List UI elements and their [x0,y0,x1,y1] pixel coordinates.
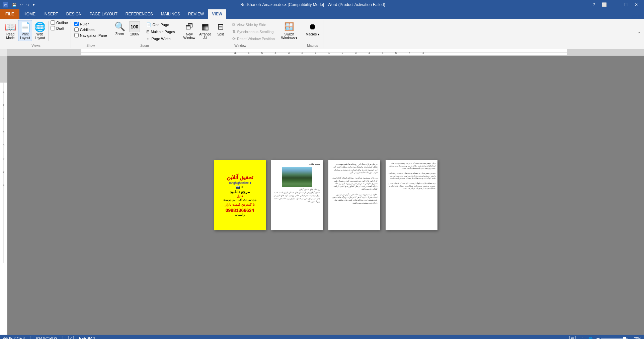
tab-review[interactable]: REVIEW [184,9,208,19]
vertical-ruler-svg: 1 2 3 4 5 6 7 8 [0,56,7,290]
tab-design[interactable]: DESIGN [62,9,86,19]
spelling-check-icon: ✓ [68,336,74,339]
page1-social: 📷 ✈ [236,185,244,189]
one-page-button[interactable]: 📄 One Page [145,21,177,28]
svg-text:7: 7 [408,51,410,54]
tab-references[interactable]: REFERENCES [122,9,157,19]
svg-text:3: 3 [355,51,356,54]
tab-mailings[interactable]: MAILINGS [157,9,184,19]
web-view-button[interactable]: 🌐 [587,336,594,339]
views-group: 📖 ReadMode 📄 PrintLayout 🌐 WebLayout Out… [1,19,71,48]
print-layout-view-button[interactable]: ▤ [569,336,576,339]
help-button[interactable]: ? [589,1,598,8]
svg-text:1: 1 [3,90,4,93]
page-width-button[interactable]: ↔ Page Width [145,35,177,42]
nav-pane-label: Navigation Pane [80,33,107,37]
full-screen-view-button[interactable]: ⛶ [578,336,584,339]
macros-button[interactable]: ⏺ Macros ▾ [304,20,321,37]
outline-checkbox[interactable]: Outline [50,20,69,25]
show-checkboxes: Ruler Gridlines Navigation Pane [74,20,108,39]
collapse-ribbon-button[interactable]: ⌃ [637,31,641,36]
page-1: تحقیق آنلاین Tahghighonline.ir 📷 ✈ مرجع … [214,160,266,230]
new-window-label: NewWindow [183,32,195,40]
nav-pane-checkbox[interactable]: Navigation Pane [74,33,108,38]
ruler-checkbox[interactable]: Ruler [74,21,108,26]
new-window-button[interactable]: 🗗 NewWindow [182,20,197,41]
svg-text:3: 3 [288,51,290,54]
pages-area: تحقیق آنلاین Tahghighonline.ir 📷 ✈ مرجع … [7,56,644,335]
zoom-buttons: 🔍 Zoom 100 100% 📄 One Page [113,20,177,42]
telegram-icon: ✈ [241,185,244,189]
page1-file: فایل [237,194,243,198]
view-side-by-side-button[interactable]: ⧉ View Side by Side [231,21,276,28]
restore-ribbon-button[interactable]: ⬜ [598,1,610,8]
svg-text:2: 2 [3,104,4,107]
arrange-all-button[interactable]: ▦ ArrangeAll [197,20,213,41]
sync-scrolling-button[interactable]: ⇅ Synchronous Scrolling [231,28,276,35]
minimize-button[interactable]: ─ [611,1,620,8]
svg-text:4: 4 [274,51,276,54]
web-layout-button[interactable]: 🌐 WebLayout [33,20,47,41]
read-mode-button[interactable]: 📖 ReadMode [3,20,17,41]
svg-text:6: 6 [3,157,4,160]
divider1 [48,21,49,41]
split-button[interactable]: ⊟ Split [214,20,228,37]
tab-page-layout[interactable]: PAGE LAYOUT [86,9,122,19]
divider3 [229,21,229,41]
vertical-ruler: 1 2 3 4 5 6 7 8 [0,56,7,335]
tab-file[interactable]: FILE [0,9,19,19]
nav-pane-check[interactable] [74,33,79,37]
svg-rect-0 [8,49,644,55]
switch-windows-icon: 🪟 [284,21,295,32]
tab-view[interactable]: VIEW [208,9,226,19]
save-button[interactable]: 💾 [11,2,18,8]
switch-windows-button[interactable]: 🪟 SwitchWindows ▾ [279,20,299,41]
outline-label: Outline [56,21,68,25]
zoom-options: 📄 One Page ⊞ Multiple Pages ↔ Page Width [145,20,177,42]
reset-window-button[interactable]: ⟳ Reset Window Position [231,35,276,42]
ruler-check[interactable] [74,22,79,26]
page3-content: در طی هزاران سال این رودخانه ها نقش مهمی… [328,160,380,230]
draft-checkbox[interactable]: Draft [50,26,69,31]
svg-text:6: 6 [395,51,397,54]
zoom-out-button[interactable]: ─ [596,336,599,339]
views-group-content: 📖 ReadMode 📄 PrintLayout 🌐 WebLayout Out… [3,20,69,42]
multiple-pages-button[interactable]: ⊞ Multiple Pages [145,28,177,35]
draft-label: Draft [56,26,64,30]
multiple-pages-icon: ⊞ [146,29,150,34]
restore-button[interactable]: ❐ [621,1,631,8]
redo-button[interactable]: ↪ [25,2,31,8]
gridlines-check[interactable] [74,27,79,32]
multiple-pages-label: Multiple Pages [151,30,175,34]
svg-text:3: 3 [3,117,4,120]
tab-home[interactable]: HOME [19,9,39,19]
zoom-level: 20% [634,336,641,339]
page-3: در طی هزاران سال این رودخانه ها نقش مهمی… [328,160,380,230]
close-button[interactable]: ✕ [631,1,641,8]
customize-button[interactable]: ▾ [31,2,36,8]
page4-text: در این پژوهش سعی شده است که به بررسی وضع… [388,162,435,190]
print-layout-icon: 📄 [20,21,30,32]
outline-check[interactable] [51,20,55,25]
zoom-100-button[interactable]: 100 100% [128,20,142,37]
view-side-by-side-label: View Side by Side [237,23,266,27]
tab-insert[interactable]: INSERT [39,9,62,19]
page1-phone: 09981366624 [226,208,254,213]
zoom-in-button[interactable]: + [629,336,631,339]
undo-button[interactable]: ↩ [19,2,24,8]
status-right: ▤ ⛶ 🌐 ─ + 20% [569,336,641,339]
macros-label: Macros ▾ [306,32,319,36]
sign-in-button[interactable]: Sign in [626,14,644,19]
print-layout-button[interactable]: 📄 PrintLayout [18,20,32,41]
title-bar: W 💾 ↩ ↪ ▾ Rudkhaneh-Amazon.docx [Compati… [0,0,644,9]
zoom-100-label: 100% [130,32,139,36]
instagram-icon: 📷 [236,185,240,189]
svg-text:5: 5 [382,51,383,54]
window-options: ⧉ View Side by Side ⇅ Synchronous Scroll… [231,20,276,42]
word-count: 634 WORDS [36,336,57,339]
page1-slogan: مرجع دانلـود [230,190,250,194]
status-bar: PAGE 2 OF 4 634 WORDS ✓ PERSIAN ▤ ⛶ 🌐 ─ … [0,335,644,339]
draft-check[interactable] [51,26,55,30]
zoom-button[interactable]: 🔍 Zoom [113,20,127,37]
gridlines-checkbox[interactable]: Gridlines [74,27,108,32]
